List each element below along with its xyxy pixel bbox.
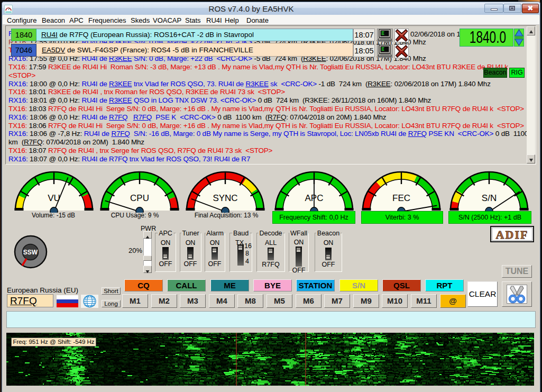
svg-text:FEC: FEC xyxy=(392,193,410,203)
svg-text:CPU: CPU xyxy=(130,193,149,203)
svg-text:SYNC: SYNC xyxy=(213,193,237,203)
svg-text:SSW: SSW xyxy=(23,249,38,256)
svg-text:S/N: S/N xyxy=(482,193,497,203)
